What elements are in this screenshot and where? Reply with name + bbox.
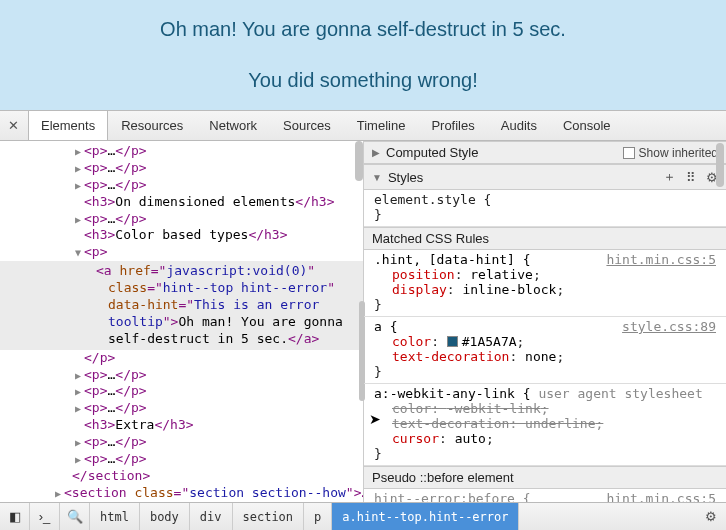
dom-node-p-close[interactable]: </p> [0, 350, 363, 367]
disclosure-triangle-down-icon[interactable]: ▼ [372, 172, 382, 183]
styles-section-label: Styles [388, 170, 657, 185]
rule-source-link[interactable]: hint.min.css:5 [606, 252, 716, 267]
tab-resources[interactable]: Resources [108, 111, 196, 140]
pseudo-before-header: Pseudo ::before element [364, 466, 726, 489]
css-rule-hint[interactable]: hint.min.css:5 .hint, [data-hint] { posi… [364, 250, 726, 317]
dom-node-p-open[interactable]: <p> [84, 244, 107, 259]
scrollbar-thumb[interactable] [355, 141, 363, 181]
matched-rules-header: Matched CSS Rules [364, 227, 726, 250]
breadcrumb-section[interactable]: section [233, 503, 305, 530]
css-rule-pseudo-before[interactable]: hint.min.css:5 hint--error:before { [364, 489, 726, 502]
tab-console[interactable]: Console [550, 111, 624, 140]
styles-panel: ▶ Computed Style Show inherited ▼ Styles… [364, 141, 726, 502]
settings-gear-icon[interactable]: ⚙ [696, 503, 726, 530]
disclosure-triangle-down-icon[interactable] [72, 244, 84, 261]
dom-node-p[interactable]: <p> [84, 211, 107, 226]
computed-style-header[interactable]: ▶ Computed Style Show inherited [364, 141, 726, 164]
dom-node-section-close[interactable]: </section> [0, 468, 363, 485]
close-icon[interactable]: ✕ [4, 117, 22, 135]
element-style-rule[interactable]: element.style { } [364, 190, 726, 227]
banner-line-2: You did something wrong! [0, 69, 726, 92]
dom-node-h3[interactable]: <h3>Color based types</h3> [0, 227, 363, 244]
dom-node-p[interactable]: <p> [84, 383, 107, 398]
show-console-icon[interactable]: ›_ [30, 503, 60, 530]
tab-elements[interactable]: Elements [28, 110, 108, 140]
tab-network[interactable]: Network [196, 111, 270, 140]
dom-node-h3[interactable]: <h3>On dimensioned elements</h3> [0, 194, 363, 211]
show-inherited-checkbox[interactable]: Show inherited [623, 146, 718, 160]
inspect-element-icon[interactable]: 🔍 [60, 503, 90, 530]
breadcrumb-div[interactable]: div [190, 503, 233, 530]
scrollbar-thumb[interactable] [716, 143, 724, 187]
tab-timeline[interactable]: Timeline [344, 111, 419, 140]
devtools-tabbar: ✕ Elements Resources Network Sources Tim… [0, 111, 726, 141]
dom-node-p[interactable]: <p> [84, 434, 107, 449]
tab-sources[interactable]: Sources [270, 111, 344, 140]
selected-dom-node[interactable]: <a href="javascript:void(0)" class="hint… [0, 261, 363, 349]
dom-node-section[interactable]: <section class="section section--how">…<… [0, 485, 363, 502]
styles-section-header[interactable]: ▼ Styles ＋ ⠿ ⚙ [364, 164, 726, 190]
css-rule-user-agent[interactable]: a:-webkit-any-link { user agent styleshe… [364, 384, 726, 466]
dom-node-p[interactable]: <p> [84, 400, 107, 415]
computed-style-label: Computed Style [386, 145, 617, 160]
breadcrumb-html[interactable]: html [90, 503, 140, 530]
rule-source-link[interactable]: hint.min.css:5 [606, 491, 716, 502]
dom-node-p[interactable]: <p> [84, 367, 107, 382]
inspected-page-banner: Oh man! You are gonna self-destruct in 5… [0, 0, 726, 111]
dom-node-p[interactable]: <p> [84, 143, 107, 158]
rule-source-link[interactable]: style.css:89 [622, 319, 716, 334]
dom-node-p[interactable]: <p> [84, 451, 107, 466]
banner-line-1: Oh man! You are gonna self-destruct in 5… [0, 18, 726, 41]
dom-node-p[interactable]: <p> [84, 160, 107, 175]
css-rule-anchor[interactable]: style.css:89 a { color: #1A5A7A; text-de… [364, 317, 726, 384]
toggle-element-state-icon[interactable]: ⠿ [686, 170, 696, 185]
dom-node-h3[interactable]: <h3>Extra</h3> [0, 417, 363, 434]
color-swatch-icon[interactable] [447, 336, 458, 347]
tab-profiles[interactable]: Profiles [418, 111, 487, 140]
new-style-rule-icon[interactable]: ＋ [663, 168, 676, 186]
dock-icon[interactable]: ◧ [0, 503, 30, 530]
disclosure-triangle-right-icon[interactable]: ▶ [372, 147, 380, 158]
breadcrumb-body[interactable]: body [140, 503, 190, 530]
dom-tree-panel[interactable]: <p>…</p> <p>…</p> <p>…</p> <h3>On dimens… [0, 141, 364, 502]
dom-node-p[interactable]: <p> [84, 177, 107, 192]
breadcrumb-p[interactable]: p [304, 503, 332, 530]
disclosure-triangle-right-icon[interactable] [52, 485, 64, 502]
tab-audits[interactable]: Audits [488, 111, 550, 140]
